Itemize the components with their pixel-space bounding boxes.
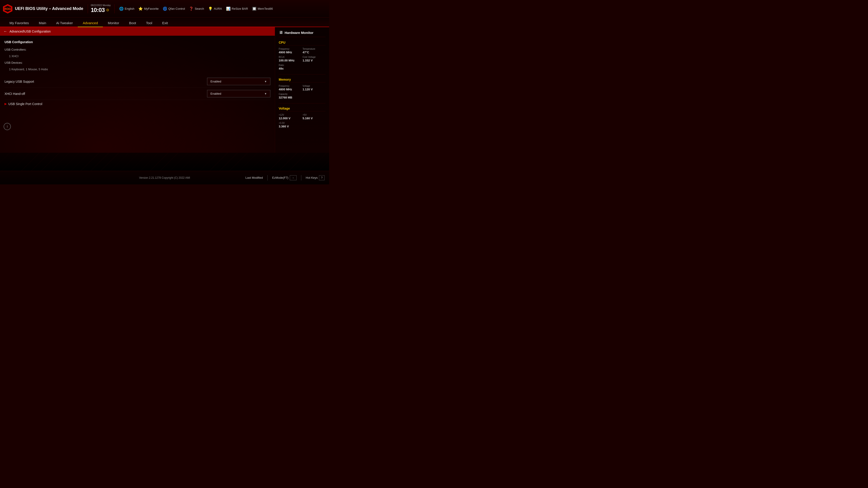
tool-qfan-label: Qfan Control xyxy=(168,7,185,10)
nav-advanced[interactable]: Advanced xyxy=(78,19,103,27)
voltage-section-title: Voltage xyxy=(279,107,326,111)
voltage-33v-label: +3.3V xyxy=(279,122,302,124)
devices-label: USB Devices: xyxy=(4,60,270,65)
nav-exit[interactable]: Exit xyxy=(157,19,173,27)
memory-voltage-item: Voltage 1.120 V xyxy=(303,85,326,91)
tool-memtest-label: MemTest86 xyxy=(258,7,273,10)
cpu-core-voltage-item: Core Voltage 1.332 V xyxy=(303,56,326,62)
memory-frequency-value: 4800 MHz xyxy=(279,88,302,91)
tool-myfavorite[interactable]: ⭐ MyFavorite xyxy=(138,6,158,11)
legacy-usb-support-row: Legacy USB Support Enabled ▼ xyxy=(4,75,270,88)
memory-section-title: Memory xyxy=(279,78,326,83)
header-divider xyxy=(88,4,88,13)
voltage-12v-value: 12.000 V xyxy=(279,117,302,120)
deco-area xyxy=(0,153,329,171)
dropdown-arrow-icon: ▼ xyxy=(264,80,267,83)
settings-gear-icon[interactable]: ⚙ xyxy=(106,8,109,12)
main-content: ← Advanced\USB Configuration USB Configu… xyxy=(0,27,275,153)
hardware-monitor-title: 🖥 Hardware Monitor xyxy=(279,30,326,37)
app-root: ROG UEFI BIOS Utility – Advanced Mode 08… xyxy=(0,0,329,184)
tool-search-label: Search xyxy=(195,7,204,10)
ezmode-arrow-icon: → xyxy=(290,175,297,180)
footer-version: Version 2.21.1278 Copyright (C) 2022 AMI xyxy=(139,176,190,180)
cpu-grid: Frequency 4900 MHz Temperature 47°C BCLK… xyxy=(279,48,326,70)
cpu-core-voltage-label: Core Voltage xyxy=(303,56,326,58)
submenu-expand-icon: ▶ xyxy=(4,102,6,105)
ezmode-button[interactable]: EzMode(F7) → xyxy=(272,175,297,180)
controllers-value: 1 XHCI xyxy=(4,54,270,59)
legacy-usb-support-label: Legacy USB Support xyxy=(4,80,34,84)
last-modified-button[interactable]: Last Modified xyxy=(246,176,263,180)
usb-single-port-label: USB Single Port Control xyxy=(8,102,42,106)
voltage-section: Voltage +12V 12.000 V +5V 5.160 V +3.3V … xyxy=(279,107,326,128)
cpu-bclk-item: BCLK 100.00 MHz xyxy=(279,56,302,62)
tool-memtest[interactable]: 🔲 MemTest86 xyxy=(252,6,273,11)
cpu-frequency-item: Frequency 4900 MHz xyxy=(279,48,302,54)
back-button[interactable]: ← xyxy=(4,29,7,33)
devices-value: 1 Keyboard, 1 Mouse, 5 Hubs xyxy=(4,67,270,72)
memory-frequency-item: Frequency 4800 MHz xyxy=(279,85,302,91)
voltage-12v-label: +12V xyxy=(279,113,302,116)
memory-frequency-label: Frequency xyxy=(279,85,302,87)
tool-search[interactable]: ❓ Search xyxy=(189,6,204,11)
legacy-usb-support-dropdown[interactable]: Enabled ▼ xyxy=(207,78,270,85)
cpu-temperature-label: Temperature xyxy=(303,48,326,50)
aura-icon: 💡 xyxy=(208,6,213,11)
deco-lines xyxy=(0,153,329,171)
app-title: UEFI BIOS Utility – Advanced Mode xyxy=(15,6,83,11)
tool-myfavorite-label: MyFavorite xyxy=(144,7,158,10)
svg-text:ROG: ROG xyxy=(4,7,11,11)
tool-resizebar[interactable]: 📊 ReSize BAR xyxy=(226,6,248,11)
hotkeys-label: Hot Keys xyxy=(306,176,318,180)
tool-qfan[interactable]: 🌀 Qfan Control xyxy=(163,6,185,11)
tool-english[interactable]: 🌐 English xyxy=(119,6,134,11)
usb-single-port-control-item[interactable]: ▶ USB Single Port Control xyxy=(4,100,270,108)
header-bar: ROG UEFI BIOS Utility – Advanced Mode 08… xyxy=(0,0,329,18)
nav-my-favorites[interactable]: My Favorites xyxy=(4,19,34,27)
tool-aura-label: AURA xyxy=(214,7,222,10)
datetime-display: 08/22/2022 Monday 10:03 ⚙ xyxy=(91,4,111,13)
nav-ai-tweaker[interactable]: Ai Tweaker xyxy=(51,19,78,27)
last-modified-label: Last Modified xyxy=(246,176,263,180)
nav-tool[interactable]: Tool xyxy=(141,19,157,27)
time-row: 10:03 ⚙ xyxy=(91,6,109,13)
cpu-ratio-label: Ratio xyxy=(279,64,302,66)
legacy-usb-support-value: Enabled xyxy=(211,80,221,83)
dropdown-arrow-2-icon: ▼ xyxy=(264,92,267,95)
voltage-33v-item: +3.3V 3.360 V xyxy=(279,122,302,128)
info-icon: i xyxy=(7,125,8,129)
voltage-33v-value: 3.360 V xyxy=(279,125,302,128)
cpu-temperature-item: Temperature 47°C xyxy=(303,48,326,54)
cpu-ratio-item: Ratio 49x xyxy=(279,64,302,70)
cpu-core-voltage-value: 1.332 V xyxy=(303,59,326,62)
xhci-hand-off-value: Enabled xyxy=(211,92,221,95)
breadcrumb-bar: ← Advanced\USB Configuration xyxy=(0,27,275,36)
logo-title: ROG UEFI BIOS Utility – Advanced Mode xyxy=(3,4,83,14)
content-area: ← Advanced\USB Configuration USB Configu… xyxy=(0,27,329,153)
nav-monitor[interactable]: Monitor xyxy=(103,19,124,27)
rog-logo-icon: ROG xyxy=(3,4,13,14)
footer-right: Last Modified EzMode(F7) → Hot Keys ? xyxy=(190,175,324,181)
star-icon: ⭐ xyxy=(138,6,143,11)
cpu-frequency-label: Frequency xyxy=(279,48,302,50)
cpu-frequency-value: 4900 MHz xyxy=(279,51,302,54)
xhci-hand-off-label: XHCI Hand-off xyxy=(4,92,25,96)
cpu-section-title: CPU xyxy=(279,41,326,45)
nav-main[interactable]: Main xyxy=(34,19,51,27)
info-button[interactable]: i xyxy=(4,123,11,130)
nav-boot[interactable]: Boot xyxy=(124,19,141,27)
memory-capacity-label: Capacity xyxy=(279,93,302,95)
navbar: My Favorites Main Ai Tweaker Advanced Mo… xyxy=(0,18,329,27)
globe-icon: 🌐 xyxy=(119,6,124,11)
tool-resizebar-label: ReSize BAR xyxy=(232,7,248,10)
tool-aura[interactable]: 💡 AURA xyxy=(208,6,222,11)
ezmode-label: EzMode(F7) xyxy=(272,176,288,180)
fan-icon: 🌀 xyxy=(163,6,167,11)
xhci-hand-off-dropdown[interactable]: Enabled ▼ xyxy=(207,90,270,97)
breadcrumb: Advanced\USB Configuration xyxy=(9,30,51,33)
hotkeys-button[interactable]: Hot Keys ? xyxy=(306,175,324,180)
memory-capacity-value: 32768 MB xyxy=(279,96,302,99)
settings-area: USB Configuration USB Controllers: 1 XHC… xyxy=(0,36,275,153)
memory-capacity-item: Capacity 32768 MB xyxy=(279,93,302,99)
voltage-grid: +12V 12.000 V +5V 5.160 V +3.3V 3.360 V xyxy=(279,113,326,128)
